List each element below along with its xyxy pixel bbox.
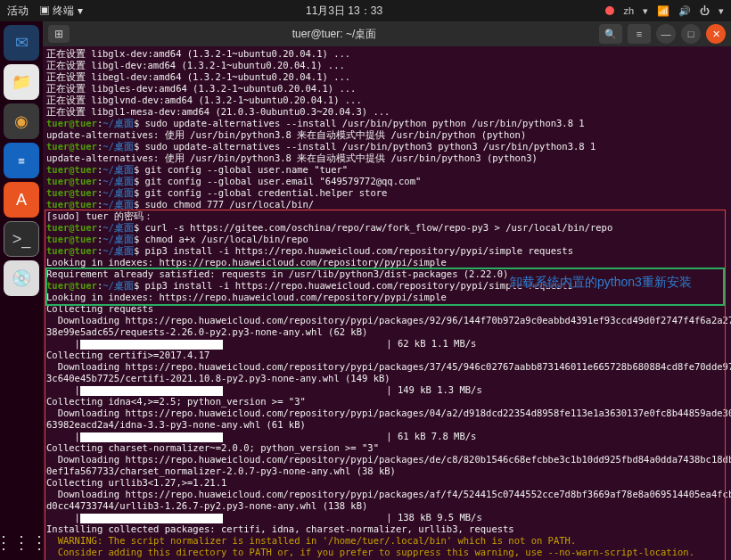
clock[interactable]: 11月3日 13：33 — [83, 4, 606, 19]
terminal-icon[interactable]: >_ — [4, 221, 39, 257]
annotation-text: 卸载系统内置的python3重新安装 — [508, 276, 694, 288]
show-applications-icon[interactable]: ⋮⋮⋮ — [0, 531, 48, 553]
close-button[interactable]: ✕ — [706, 24, 726, 44]
power-icon[interactable]: ⏻ — [700, 5, 710, 16]
minimize-button[interactable]: — — [656, 24, 676, 44]
hamburger-button[interactable]: ≡ — [628, 24, 651, 44]
volume-icon[interactable]: 🔊 — [678, 5, 691, 17]
ubuntu-software-icon[interactable]: A — [4, 182, 39, 218]
maximize-button[interactable]: □ — [681, 24, 701, 44]
thunderbird-icon[interactable]: ✉ — [4, 25, 39, 61]
terminal-output[interactable]: 正在设置 libglx-dev:amd64 (1.3.2-1~ubuntu0.2… — [43, 46, 731, 560]
system-menu-chevron[interactable]: ▾ — [719, 5, 724, 17]
network-icon[interactable]: 📶 — [657, 5, 669, 17]
files-icon[interactable]: 📁 — [4, 64, 39, 100]
titlebar: ⊞ tuer@tuer: ~/桌面 🔍 ≡ — □ ✕ — [43, 21, 731, 46]
notification-icon[interactable] — [605, 6, 614, 15]
gnome-topbar: 活动 ▣ 终端 ▾ 11月3日 13：33 zh ▾ 📶 🔊 ⏻ ▾ — [0, 0, 731, 21]
app-menu[interactable]: ▣ 终端 ▾ — [39, 4, 83, 19]
dock: ✉ 📁 ◉ ≡ A >_ 💿 ⋮⋮⋮ — [0, 21, 43, 560]
search-button[interactable]: 🔍 — [599, 24, 622, 44]
window-title: tuer@tuer: ~/桌面 — [75, 27, 594, 42]
brasero-icon[interactable]: 💿 — [4, 260, 39, 296]
terminal-window: ⊞ tuer@tuer: ~/桌面 🔍 ≡ — □ ✕ 正在设置 libglx-… — [43, 21, 731, 560]
libreoffice-icon[interactable]: ≡ — [4, 143, 39, 178]
annotation-redbox — [45, 210, 726, 560]
updates-icon[interactable]: ▾ — [643, 5, 648, 17]
lang-indicator[interactable]: zh — [623, 5, 634, 16]
rhythmbox-icon[interactable]: ◉ — [4, 103, 39, 139]
new-tab-button[interactable]: ⊞ — [48, 25, 70, 43]
activities-button[interactable]: 活动 — [7, 4, 29, 19]
